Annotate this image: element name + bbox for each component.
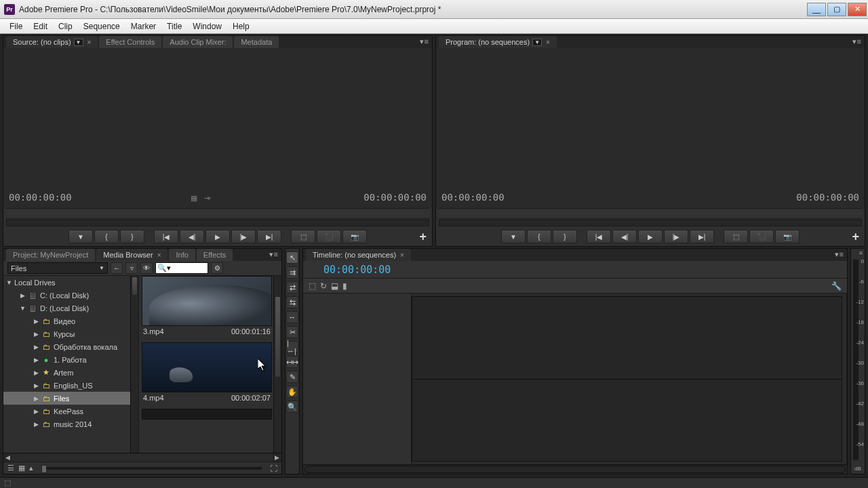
clip-thumb[interactable] xyxy=(142,409,272,420)
menu-title[interactable]: Title xyxy=(161,22,187,31)
program-dropdown-icon[interactable]: ▼ xyxy=(532,39,542,46)
p-lift-button[interactable]: ⬚ xyxy=(724,230,748,243)
add-marker-icon[interactable]: ⬓ xyxy=(331,281,338,291)
tree-item-2[interactable]: 🗀Видео xyxy=(3,314,138,327)
tree-item-9[interactable]: 🗀KeePass xyxy=(3,405,138,418)
source-time-in[interactable]: 00:00:00:00 xyxy=(9,192,72,203)
tab-info[interactable]: Info xyxy=(169,249,195,261)
tab-media-browser[interactable]: Media Browser × xyxy=(96,249,167,261)
menu-sequence[interactable]: Sequence xyxy=(78,22,125,31)
step-fwd-button[interactable]: |▶ xyxy=(231,230,256,243)
p-goto-out-button[interactable]: ▶| xyxy=(690,230,714,243)
search-input[interactable]: 🔍▾ xyxy=(155,262,208,274)
tab-timeline[interactable]: Timeline: (no sequences) × xyxy=(306,249,411,261)
program-scrubber[interactable] xyxy=(439,220,862,226)
program-time-out[interactable]: 00:00:00:00 xyxy=(796,192,859,203)
sort-icon[interactable]: ▴ xyxy=(29,464,33,472)
source-time-out[interactable]: 00:00:00:00 xyxy=(363,192,427,203)
menu-window[interactable]: Window xyxy=(187,22,227,31)
mark-clip-button[interactable]: } xyxy=(120,230,144,243)
tree-item-10[interactable]: 🗀music 2014 xyxy=(3,418,138,430)
panel-menu-icon[interactable]: ▾≡ xyxy=(420,37,429,46)
p-step-back-button[interactable]: ◀| xyxy=(612,230,637,243)
menu-edit[interactable]: Edit xyxy=(28,22,53,31)
menu-file[interactable]: File xyxy=(4,22,28,31)
tab-effects[interactable]: Effects xyxy=(197,249,233,261)
p-extract-button[interactable]: ⬛ xyxy=(749,230,774,243)
tab-media-browser-close-icon[interactable]: × xyxy=(157,251,161,259)
timeline-timecode[interactable]: 00:00:00:00 xyxy=(323,264,391,276)
clip-thumb[interactable] xyxy=(142,342,272,392)
thumb-view-icon[interactable]: ▦ xyxy=(18,464,25,472)
p-goto-in-button[interactable]: |◀ xyxy=(587,230,611,243)
back-button[interactable]: ← xyxy=(111,262,123,274)
drive-tree[interactable]: Local Drives⌹C: (Local Disk)⌹D: (Local D… xyxy=(3,276,139,453)
tree-item-0[interactable]: ⌹C: (Local Disk) xyxy=(3,289,138,302)
ingest-icon[interactable]: 👁 xyxy=(140,262,153,274)
step-icon[interactable]: ⇥ xyxy=(204,194,210,203)
zoom-tool[interactable]: 🔍 xyxy=(286,401,298,413)
source-scrubber[interactable] xyxy=(6,220,429,226)
tab-source-close-icon[interactable]: × xyxy=(87,39,92,46)
timeline-body[interactable] xyxy=(303,293,847,464)
tree-item-3[interactable]: 🗀Курсы xyxy=(3,327,138,340)
play-button[interactable]: ▶ xyxy=(205,230,230,243)
panel-menu-icon[interactable]: ▾≡ xyxy=(835,250,844,259)
audio-meter[interactable]: ≡ 0-6-12-18-24-30-36-42-48-54 dB xyxy=(850,248,865,474)
tree-item-1[interactable]: ⌹D: (Local Disk) xyxy=(3,302,138,314)
rate-stretch-tool[interactable]: ↔ xyxy=(286,311,298,323)
tab-program[interactable]: Program: (no sequences) ▼ × xyxy=(439,36,557,48)
linked-selection-icon[interactable]: ↻ xyxy=(320,281,327,291)
tree-item-7[interactable]: 🗀English_US xyxy=(3,379,138,392)
track-headers[interactable] xyxy=(303,293,412,464)
p-mark-in-button[interactable]: ▼ xyxy=(501,230,526,243)
source-monitor-viewport[interactable]: 00:00:00:00 ▦ ⇥ 00:00:00:00 xyxy=(3,48,432,208)
overwrite-button[interactable]: ⬛ xyxy=(317,230,341,243)
tree-scrollbar[interactable] xyxy=(130,276,138,453)
settings-icon[interactable]: 🔧 xyxy=(831,281,842,291)
tree-item-4[interactable]: 🗀Обработка вокала xyxy=(3,340,138,353)
p-play-button[interactable]: ▶ xyxy=(638,230,663,243)
goto-out-button[interactable]: ▶| xyxy=(257,230,281,243)
clip-thumb[interactable] xyxy=(142,276,272,326)
slide-tool[interactable]: ↤↦ xyxy=(286,356,298,368)
clip-thumbnails[interactable]: 3.mp400:00:01:164.mp400:00:02:07 xyxy=(139,276,281,453)
insert-button[interactable]: ⬚ xyxy=(291,230,315,243)
filter-icon[interactable]: ▿ xyxy=(125,262,138,274)
p-mark-out-button[interactable]: { xyxy=(527,230,551,243)
clip-item[interactable]: 4.mp400:00:02:07 xyxy=(142,342,272,405)
window-maximize-button[interactable]: ▢ xyxy=(827,3,846,16)
step-back-button[interactable]: ◀| xyxy=(180,230,204,243)
snap-icon[interactable]: ⬚ xyxy=(309,281,316,291)
fit-icon[interactable]: ▦ xyxy=(191,194,197,203)
source-time-ruler[interactable] xyxy=(6,208,429,219)
program-monitor-viewport[interactable]: 00:00:00:00 00:00:00:00 xyxy=(436,48,865,208)
hand-tool[interactable]: ✋ xyxy=(286,386,298,398)
program-time-ruler[interactable] xyxy=(439,208,862,219)
program-time-in[interactable]: 00:00:00:00 xyxy=(441,192,505,203)
tab-program-close-icon[interactable]: × xyxy=(546,39,550,46)
source-dropdown-icon[interactable]: ▼ xyxy=(74,39,83,46)
selection-tool[interactable]: ↖ xyxy=(286,251,298,264)
meter-menu-icon[interactable]: ≡ xyxy=(859,249,863,256)
thumb-size-slider[interactable] xyxy=(41,467,262,470)
razor-tool[interactable]: ✂ xyxy=(286,326,298,338)
rolling-edit-tool[interactable]: ⇆ xyxy=(286,296,298,308)
tab-effect-controls[interactable]: Effect Controls xyxy=(99,36,161,48)
tab-source[interactable]: Source: (no clips) ▼ × xyxy=(6,36,98,48)
new-folder-icon[interactable]: ⚙ xyxy=(211,262,223,274)
tab-audio-clip-mixer[interactable]: Audio Clip Mixer: xyxy=(163,36,233,48)
menu-clip[interactable]: Clip xyxy=(53,22,78,31)
menu-help[interactable]: Help xyxy=(227,22,255,31)
tree-item-8[interactable]: 🗀Files xyxy=(3,392,138,405)
list-view-icon[interactable]: ☰ xyxy=(7,464,14,472)
marker-icon[interactable]: ▮ xyxy=(342,281,347,291)
window-minimize-button[interactable]: __ xyxy=(807,3,826,16)
panel-menu-icon[interactable]: ▾≡ xyxy=(269,250,279,259)
p-mark-clip-button[interactable]: } xyxy=(553,230,577,243)
track-select-tool[interactable]: ⇉ xyxy=(286,266,298,279)
status-icon[interactable]: ⬚ xyxy=(4,479,11,487)
tab-metadata[interactable]: Metadata xyxy=(234,36,279,48)
tab-project[interactable]: Project: MyNewProject xyxy=(6,249,95,261)
p-add-button-icon[interactable]: + xyxy=(852,230,859,244)
